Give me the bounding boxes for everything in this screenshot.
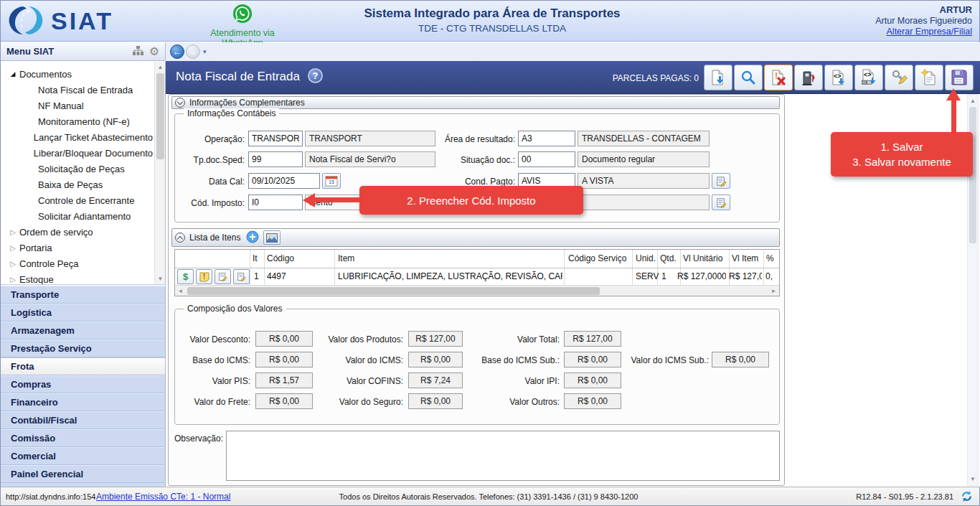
module-contabil-fiscal[interactable]: Contábil/Fiscal <box>1 411 165 429</box>
operacao-label: Operação: <box>179 134 245 144</box>
col-pct: % <box>766 250 778 268</box>
sidebar-item-controle-encerrante[interactable]: Controle de Encerrante <box>1 192 153 208</box>
parcelas-pagas-label: PARCELAS PAGAS: 0 <box>613 73 699 83</box>
base-icms-field: R$ 0,00 <box>255 352 313 367</box>
tree-scrollbar-thumb[interactable] <box>156 73 164 159</box>
sidebar-item-controle-peca[interactable]: ▷Controle Peça <box>1 256 153 271</box>
situacao-doc-code-input[interactable] <box>518 151 575 167</box>
section-lista-itens[interactable]: Lista de Itens <box>171 228 780 247</box>
ambiente-cte-link[interactable]: Ambiente Emissão CTe: 1 - Normal <box>96 492 230 502</box>
sidebar-item-liberar-bloquear[interactable]: Liberar/Bloquear Documento <box>1 145 153 161</box>
edit-note-icon <box>237 272 246 281</box>
sidebar-title: Menu SIAT <box>6 46 133 57</box>
row-money-button[interactable]: $ <box>177 269 194 284</box>
page-toolbar: Nota Fiscal de Entrada ? PARCELAS PAGAS:… <box>166 61 980 94</box>
sidebar-item-documentos[interactable]: ◢Documentos <box>1 66 153 82</box>
tree-collapsed-icon[interactable]: ▷ <box>6 260 19 268</box>
col-codigo: Código <box>267 250 301 268</box>
cod-imposto-code-input[interactable] <box>248 195 303 210</box>
valor-icms-label: Valor do ICMS: <box>319 355 403 365</box>
module-compras[interactable]: Compras <box>1 375 165 393</box>
collapse-section-icon[interactable] <box>175 98 185 108</box>
item-image-button[interactable] <box>263 230 281 245</box>
sidebar-item-ordem-servico[interactable]: ▷Ordem de serviço <box>1 224 153 240</box>
sidebar-item-baixa-pecas[interactable]: Baixa de Peças <box>1 177 153 192</box>
valor-seguro-field: R$ 0,00 <box>408 393 463 409</box>
whatsapp-support[interactable]: Atendimento via WhatsApp <box>189 4 296 48</box>
scroll-left-icon[interactable]: ◂ <box>175 286 186 296</box>
new-document-button[interactable] <box>915 65 943 90</box>
add-item-button[interactable] <box>246 230 259 245</box>
hscroll-thumb[interactable] <box>187 287 600 295</box>
sidebar-item-monitoramento[interactable]: Monitoramento (NF-e) <box>1 113 153 129</box>
dollar-icon: $ <box>183 271 188 282</box>
sidebar-item-estoque[interactable]: ▷Estoque <box>1 271 153 285</box>
scroll-down-icon[interactable]: ▼ <box>155 273 166 284</box>
module-logistica[interactable]: Logística <box>1 304 165 322</box>
search-button[interactable] <box>734 65 763 90</box>
scroll-up-icon[interactable]: ▲ <box>155 62 166 72</box>
tree-expanded-icon[interactable]: ◢ <box>6 70 19 78</box>
scroll-down-icon[interactable]: ▼ <box>968 474 978 484</box>
scroll-up-icon[interactable]: ▲ <box>968 95 978 106</box>
module-prestacao-servico[interactable]: Prestação Serviço <box>1 339 165 357</box>
sidebar-item-nota-fiscal-entrada[interactable]: Nota Fiscal de Entrada <box>1 82 153 98</box>
fuel-button[interactable] <box>794 65 823 90</box>
svg-text:15: 15 <box>329 179 334 185</box>
help-icon[interactable]: ? <box>308 68 323 83</box>
row-edit-button-1[interactable] <box>215 269 231 284</box>
tree-scrollbar[interactable]: ▲ ▼ <box>154 62 165 284</box>
collapse-items-icon[interactable] <box>175 233 185 243</box>
module-transporte[interactable]: Transporte <box>1 286 165 304</box>
sidebar-item-lancar-ticket[interactable]: Lançar Ticket Abastecimento <box>1 129 153 145</box>
xml-batch-icon: <> <box>860 69 877 86</box>
sidebar-item-portaria[interactable]: ▷Portaria <box>1 240 153 256</box>
section-informacoes-complementares[interactable]: Informações Complementares <box>171 96 780 109</box>
module-armazenagem[interactable]: Armazenagem <box>1 322 165 339</box>
edit-key-button[interactable] <box>885 65 913 90</box>
tree-collapsed-icon[interactable]: ▷ <box>6 228 19 236</box>
observacao-label: Observação: <box>174 434 223 444</box>
cond-pagto-lookup-button[interactable] <box>712 173 730 189</box>
module-financeiro[interactable]: Financeiro <box>1 393 165 411</box>
valor-desconto-field: R$ 0,00 <box>255 331 313 347</box>
extra-lookup-button[interactable] <box>712 195 730 210</box>
import-document-button[interactable] <box>704 65 732 90</box>
area-resultado-code-input[interactable] <box>518 131 575 146</box>
gear-icon[interactable]: ⚙ <box>149 46 159 57</box>
nav-dropdown-icon[interactable]: ▾ <box>203 48 207 55</box>
module-painel-gerencial[interactable]: Painel Gerencial <box>1 465 165 483</box>
scroll-right-icon[interactable]: ▸ <box>768 286 779 296</box>
data-cal-input[interactable] <box>248 173 320 189</box>
sidebar-item-solicitar-adiantamento[interactable]: Solicitar Adiantamento <box>1 208 153 224</box>
lista-itens-title: Lista de Itens <box>189 233 240 243</box>
svg-text:!: ! <box>775 71 778 81</box>
refresh-icon[interactable] <box>960 489 974 505</box>
module-comissao[interactable]: Comissão <box>1 429 165 447</box>
calendar-button[interactable]: 15 <box>322 173 341 189</box>
situacao-doc-label: Situação doc.: <box>439 155 515 165</box>
save-button[interactable] <box>945 65 974 90</box>
module-frota[interactable]: Frota <box>1 357 165 375</box>
change-company-link[interactable]: Alterar Empresa/Filial <box>814 27 972 37</box>
tpdoc-sped-code-input[interactable] <box>248 151 303 167</box>
module-comercial[interactable]: Comercial <box>1 447 165 465</box>
sitemap-icon[interactable] <box>133 46 143 57</box>
edit-note-icon <box>218 272 227 281</box>
sidebar-item-solicitacao-pecas[interactable]: Solicitação de Peças <box>1 161 153 177</box>
row-edit-button-2[interactable] <box>233 269 250 284</box>
row-note-button[interactable]: ! <box>196 269 212 284</box>
company-name: TDE - CTG TRANSDELLAS LTDA <box>302 23 682 34</box>
tree-collapsed-icon[interactable]: ▷ <box>6 276 19 284</box>
cancel-document-button[interactable]: ! <box>764 65 793 90</box>
observacao-textarea[interactable] <box>226 431 780 481</box>
items-hscrollbar[interactable]: ◂ ▸ <box>175 285 779 296</box>
tree-collapsed-icon[interactable]: ▷ <box>6 244 19 252</box>
forward-button[interactable]: → <box>186 44 200 59</box>
col-vl-unitario: Vl Unitário <box>683 250 727 268</box>
back-button[interactable]: ← <box>170 44 184 59</box>
import-xml-button[interactable]: <> <box>824 65 853 90</box>
import-xml-lote-button[interactable]: <> <box>854 65 883 90</box>
operacao-code-input[interactable] <box>248 131 303 146</box>
sidebar-item-nf-manual[interactable]: NF Manual <box>1 98 153 113</box>
